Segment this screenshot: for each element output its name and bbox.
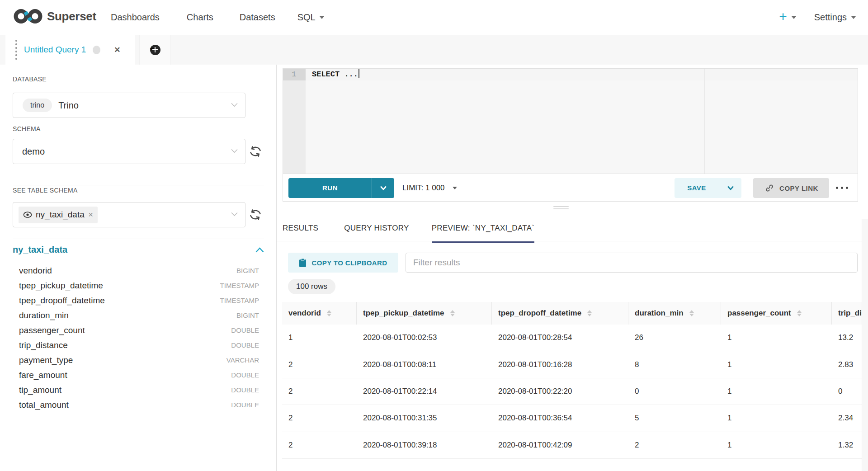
results-col-header[interactable]: vendorid xyxy=(282,302,357,325)
tab-close-icon[interactable]: ✕ xyxy=(114,45,120,55)
save-dropdown-button[interactable] xyxy=(719,178,741,198)
column-name: duration_min xyxy=(19,311,69,320)
schema-column-row: trip_distanceDOUBLE xyxy=(19,338,259,353)
results-cell: 2 xyxy=(282,378,357,405)
results-table-row: 22020-08-01T00:39:182020-08-01T00:42:092… xyxy=(282,432,862,459)
results-col-header[interactable]: passenger_count xyxy=(721,302,832,325)
editor-code-area[interactable]: SELECT ... xyxy=(306,69,858,174)
collapse-icon[interactable] xyxy=(255,247,264,253)
sort-icon[interactable] xyxy=(587,310,592,317)
tabs-divider xyxy=(277,241,862,241)
limit-label: LIMIT: xyxy=(402,184,423,193)
results-col-header[interactable]: tpep_pickup_datetime xyxy=(357,302,492,325)
filter-results-input[interactable] xyxy=(406,253,858,273)
column-name: tpep_pickup_datetime xyxy=(19,281,103,291)
column-name: payment_type xyxy=(19,355,73,365)
table-columns-list: vendoridBIGINTtpep_pickup_datetimeTIMEST… xyxy=(19,263,259,412)
editor-toolbar: RUN LIMIT: 1 000 SAVE xyxy=(283,174,858,201)
limit-dropdown[interactable]: LIMIT: 1 000 xyxy=(402,178,457,198)
results-scrollbar[interactable] xyxy=(862,219,868,471)
navbar: Superset DashboardsChartsDatasetsSQL + S… xyxy=(0,0,868,35)
column-type: DOUBLE xyxy=(231,386,259,394)
clipboard-icon xyxy=(299,258,307,268)
database-select[interactable]: trino Trino xyxy=(13,93,245,118)
sort-icon[interactable] xyxy=(689,310,694,317)
results-cell: 2 xyxy=(282,351,357,377)
column-name: passenger_count xyxy=(19,325,85,335)
column-name: vendorid xyxy=(19,266,52,276)
text-cursor xyxy=(359,69,359,78)
results-cell: 26 xyxy=(628,325,721,351)
results-cell: 2 xyxy=(628,432,721,458)
superset-logo-icon xyxy=(14,9,42,24)
nav-item-charts[interactable]: Charts xyxy=(187,12,213,23)
remove-table-icon[interactable]: ✕ xyxy=(88,211,94,218)
results-tab-1[interactable]: QUERY HISTORY xyxy=(344,224,409,243)
rows-count-badge: 100 rows xyxy=(288,279,335,294)
save-button[interactable]: SAVE xyxy=(675,178,741,198)
results-table-row: 22020-08-01T00:31:352020-08-01T00:36:545… xyxy=(282,405,862,432)
table-select[interactable]: ny_taxi_data ✕ xyxy=(13,202,245,227)
results-cell: 1 xyxy=(721,432,832,458)
schema-column-row: total_amountDOUBLE xyxy=(19,397,259,412)
refresh-schema-icon[interactable] xyxy=(249,145,262,158)
main-nav: DashboardsChartsDatasetsSQL xyxy=(111,0,324,35)
results-table-row: 22020-08-01T00:08:112020-08-01T00:16:288… xyxy=(282,351,862,378)
run-button[interactable]: RUN xyxy=(288,178,394,198)
schema-column-row: tip_amountDOUBLE xyxy=(19,382,259,397)
results-col-header[interactable]: tpep_dropoff_datetime xyxy=(492,302,628,325)
sidebar-divider xyxy=(13,185,264,185)
results-tabs: RESULTSQUERY HISTORYPREVIEW: `NY_TAXI_DA… xyxy=(283,224,534,243)
nav-item-sql[interactable]: SQL xyxy=(297,12,324,23)
pane-splitter-handle[interactable] xyxy=(553,206,569,211)
column-type: TIMESTAMP xyxy=(220,297,259,304)
chevron-down-icon xyxy=(231,212,238,217)
results-col-header[interactable]: duration_min xyxy=(628,302,721,325)
schema-column-row: passenger_countDOUBLE xyxy=(19,323,259,338)
refresh-table-icon[interactable] xyxy=(249,208,262,221)
results-col-header[interactable]: trip_distance xyxy=(832,302,862,325)
add-tab-button[interactable]: + xyxy=(139,35,171,65)
results-table: vendoridtpep_pickup_datetimetpep_dropoff… xyxy=(282,302,862,459)
results-cell: 0 xyxy=(628,378,721,405)
results-table-body: 12020-08-01T00:02:532020-08-01T00:28:542… xyxy=(282,325,862,459)
chevron-down-icon xyxy=(727,186,734,190)
settings-menu[interactable]: Settings xyxy=(814,12,856,23)
nav-caret-icon xyxy=(320,16,324,19)
settings-label[interactable]: Settings xyxy=(814,12,847,23)
add-tab-icon: + xyxy=(150,45,160,55)
sort-icon[interactable] xyxy=(797,310,802,317)
run-dropdown-button[interactable] xyxy=(372,178,394,198)
results-tab-0[interactable]: RESULTS xyxy=(283,224,318,243)
tab-untitled-query[interactable]: Untitled Query 1 ✕ xyxy=(5,35,135,65)
schema-column-row: vendoridBIGINT xyxy=(19,263,259,278)
more-actions-button[interactable] xyxy=(836,187,848,189)
results-cell: 2020-08-01T00:28:54 xyxy=(492,325,628,351)
table-schema-title[interactable]: ny_taxi_data xyxy=(13,245,67,255)
plus-icon[interactable]: + xyxy=(779,10,787,24)
column-name: fare_amount xyxy=(19,370,67,380)
results-cell: 2020-08-01T00:22:14 xyxy=(357,378,492,405)
column-type: DOUBLE xyxy=(231,401,259,409)
tab-title[interactable]: Untitled Query 1 xyxy=(24,45,86,55)
schema-select[interactable]: demo xyxy=(13,139,245,164)
sql-editor[interactable]: 1 SELECT ... RUN LIMIT: 1 000 xyxy=(283,68,858,202)
drag-handle-icon[interactable] xyxy=(15,40,17,60)
results-cell: 1.32 xyxy=(832,432,862,458)
superset-logo[interactable]: Superset xyxy=(14,9,96,24)
copy-link-button[interactable]: COPY LINK xyxy=(753,178,829,198)
save-label[interactable]: SAVE xyxy=(675,178,719,198)
results-cell: 2020-08-01T00:31:35 xyxy=(357,405,492,431)
schema-label: SCHEMA xyxy=(13,125,41,132)
nav-item-datasets[interactable]: Datasets xyxy=(240,12,275,23)
sqllab-main: 1 SELECT ... RUN LIMIT: 1 000 xyxy=(277,65,868,471)
sort-icon[interactable] xyxy=(327,310,331,317)
run-label[interactable]: RUN xyxy=(288,178,372,198)
schema-column-row: tpep_dropoff_datetimeTIMESTAMP xyxy=(19,293,259,308)
nav-item-dashboards[interactable]: Dashboards xyxy=(111,12,160,23)
results-tab-2[interactable]: PREVIEW: `NY_TAXI_DATA` xyxy=(432,224,535,243)
print-margin-line xyxy=(704,69,705,174)
copy-to-clipboard-button[interactable]: COPY TO CLIPBOARD xyxy=(288,253,398,273)
new-menu[interactable]: + xyxy=(779,11,796,24)
sort-icon[interactable] xyxy=(450,310,455,317)
